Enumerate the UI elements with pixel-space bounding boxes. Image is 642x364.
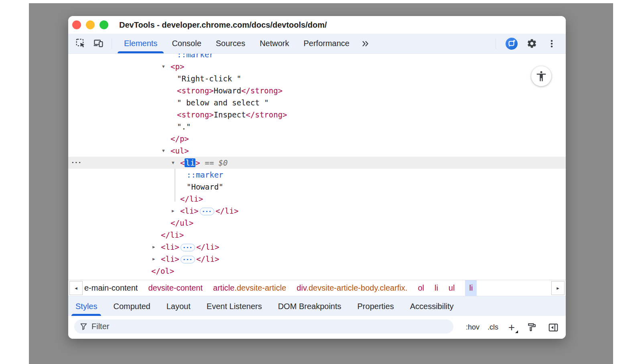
dom-tree-row[interactable]: ▸<li>•••</li> [68,241,566,253]
dom-tree-row[interactable]: "Right-click " [68,73,566,85]
tree-token-str: " below and select " [177,98,269,107]
breadcrumb-item[interactable]: article.devsite-article [213,283,286,293]
selected-node-tag: li [185,158,195,167]
new-style-rule-button[interactable]: + [506,322,517,334]
tree-token-tag: <ul> [171,146,189,155]
dom-tree-panel: ::marker▾<p>"Right-click "<strong>Howard… [68,54,566,280]
tab-sources[interactable]: Sources [209,34,252,53]
crumb-part-tag: li [435,283,438,292]
dom-tree-row[interactable]: ▸<li>•••</li> [68,253,566,265]
dom-tree-row[interactable]: ▾<p> [68,61,566,73]
dom-tree-row[interactable]: </li> [68,193,566,205]
toolbar-divider [112,38,112,49]
crumb-part-tag: ul [449,283,455,292]
tab-styles[interactable]: Styles [71,296,101,316]
three-dots-icon[interactable]: ••• [71,157,82,169]
accessibility-overlay-button[interactable] [531,66,551,86]
crumb-part-cls: .devsite-article-body.clearfix. [306,283,407,292]
plus-icon: + [508,322,515,333]
tree-token-tag: </ol> [151,267,174,275]
ellipsis-pill-icon[interactable]: ••• [181,256,195,263]
breadcrumb-item[interactable]: ul [449,283,455,293]
collapse-arrow-icon[interactable]: ▾ [172,157,180,169]
ai-assistant-icon[interactable] [505,37,518,51]
expand-arrow-icon[interactable]: ▸ [152,241,160,253]
dom-tree-row[interactable]: ::marker [68,54,566,61]
chevron-right-icon[interactable]: ▸ [551,281,565,295]
toggle-pseudo-state-button[interactable]: :hov [466,323,479,332]
tab-properties[interactable]: Properties [354,296,398,316]
tab-performance[interactable]: Performance [297,34,357,53]
tree-token-tag: <li> [161,243,179,251]
tree-token-tag: < [180,158,185,167]
tab-elements[interactable]: Elements [117,34,165,53]
dom-tree-row[interactable]: <strong>Inspect</strong> [68,109,566,121]
devtools-window: DevTools - developer.chrome.com/docs/dev… [68,16,566,339]
chevron-double-right-icon[interactable] [358,37,372,51]
ellipsis-pill-icon[interactable]: ••• [200,208,214,215]
collapse-arrow-icon[interactable]: ▾ [162,61,170,73]
toolbar-divider-right [496,38,496,49]
ellipsis-pill-icon[interactable]: ••• [181,244,195,251]
breadcrumb-item-selected[interactable]: li [465,280,477,296]
main-toolbar: ElementsConsoleSourcesNetworkPerformance [68,34,566,54]
expand-arrow-icon[interactable]: ▸ [172,205,180,217]
tree-token-tag: </strong> [246,110,287,119]
dom-tree-row-selected[interactable]: •••▾<li> == $0 [68,157,566,169]
crumb-part-tag: devsite-content [148,283,203,292]
tab-dom-breakpoints[interactable]: DOM Breakpoints [274,296,345,316]
collapse-arrow-icon[interactable]: ▾ [162,145,170,157]
plus-dropdown-corner-icon [515,330,518,333]
breadcrumb-item[interactable]: div.devsite-article-body.clearfix. [297,283,407,293]
tree-token-tag: <strong> [177,110,214,119]
tab-accessibility[interactable]: Accessibility [406,296,458,316]
tab-event-listeners[interactable]: Event Listeners [203,296,266,316]
zoom-window-button[interactable] [100,20,108,29]
tab-layout[interactable]: Layout [163,296,195,316]
close-window-button[interactable] [72,20,81,29]
indent-guide-line [175,169,175,202]
styles-filter-bar: :hov .cls + [68,316,566,339]
dom-tree-row[interactable]: ▸<li>•••</li> [68,205,566,217]
tab-network[interactable]: Network [252,34,296,53]
dom-tree-row[interactable]: </li> [68,229,566,241]
filter-bar-actions: :hov .cls + [466,316,560,339]
tree-token-pseudo: ::marker [187,170,223,179]
panel-toggle-icon[interactable] [547,321,560,334]
crumb-part-cls: .devsite-article [234,283,286,292]
tab-computed[interactable]: Computed [109,296,154,316]
paint-brush-icon[interactable] [525,321,538,334]
tree-token-tag: </li> [196,255,219,263]
gear-icon[interactable] [525,37,538,51]
tree-token-str: Howard [214,86,242,95]
tree-token-tag: <p> [171,62,184,71]
device-toolbar-icon[interactable] [91,37,105,51]
breadcrumb-item[interactable]: ol [418,283,424,293]
chevron-left-icon[interactable]: ◂ [69,281,83,295]
dom-tree-row[interactable]: </ul> [68,217,566,229]
breadcrumb-item[interactable]: devsite-content [148,283,203,293]
filter-input[interactable] [91,322,448,331]
dom-tree-row[interactable]: ▾<ul> [68,145,566,157]
inspect-cursor-icon[interactable] [74,37,87,51]
tree-token-dollar: $0 [219,158,228,167]
dom-tree-row[interactable]: <strong>Howard</strong> [68,85,566,97]
tree-token-tag: <strong> [177,86,214,95]
tab-console[interactable]: Console [165,34,208,53]
tree-token-tag: </li> [215,206,238,215]
breadcrumb-item[interactable]: e-main-content [84,283,138,293]
style-filter-field[interactable] [74,320,453,334]
kebab-menu-icon[interactable] [545,37,559,51]
dom-tree-row[interactable]: </p> [68,133,566,145]
dom-tree-row[interactable]: ::marker [68,169,566,181]
dom-tree-row[interactable]: "." [68,121,566,133]
panel-tabs: ElementsConsoleSourcesNetworkPerformance [117,34,357,53]
accessibility-person-icon [535,70,547,82]
dom-tree-row[interactable]: </ol> [68,265,566,277]
dom-tree-row[interactable]: "Howard" [68,181,566,193]
minimize-window-button[interactable] [86,20,95,29]
dom-tree-row[interactable]: " below and select " [68,97,566,109]
toggle-class-button[interactable]: .cls [488,323,498,332]
expand-arrow-icon[interactable]: ▸ [152,253,160,265]
breadcrumb-item[interactable]: li [435,283,438,293]
